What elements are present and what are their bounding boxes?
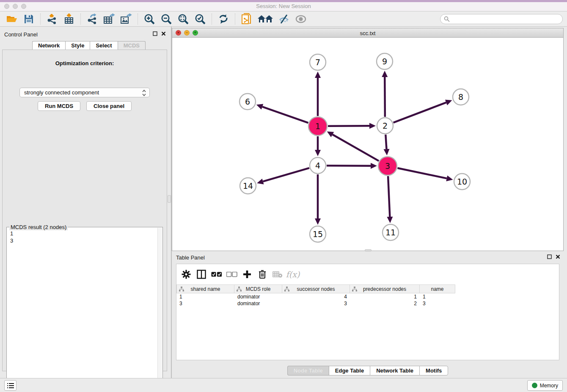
deselect-all-icon[interactable] — [226, 268, 238, 281]
search-box[interactable] — [440, 14, 563, 24]
svg-text:10: 10 — [457, 177, 467, 186]
result-scrollbar[interactable] — [157, 228, 162, 384]
export-image-icon[interactable] — [119, 13, 133, 25]
arrowhead-icon — [369, 123, 376, 129]
graph-node-3[interactable]: 3 — [378, 157, 397, 175]
save-session-icon[interactable] — [22, 13, 36, 25]
tab-mcds[interactable]: MCDS — [118, 41, 146, 50]
graph-node-11[interactable]: 11 — [383, 224, 399, 240]
column-header-name[interactable]: name — [420, 284, 455, 293]
hide-annotations-icon[interactable] — [277, 13, 291, 25]
mcds-result-title: MCDS result (2 nodes) — [9, 224, 68, 230]
arrowhead-icon — [256, 104, 263, 110]
table-cell[interactable]: 2 — [350, 300, 420, 307]
close-panel-button[interactable]: Close panel — [86, 101, 132, 111]
graph-node-4[interactable]: 4 — [310, 157, 326, 174]
graph-node-15[interactable]: 15 — [310, 226, 326, 242]
edge-3-11[interactable] — [388, 176, 390, 217]
svg-text:1: 1 — [315, 121, 320, 131]
float-panel-icon[interactable] — [547, 254, 552, 259]
select-all-icon[interactable] — [210, 268, 223, 281]
float-panel-icon[interactable] — [153, 31, 157, 36]
graph-node-6[interactable]: 6 — [239, 94, 256, 110]
network-window-titlebar[interactable]: × − + scc.txt — [172, 28, 563, 38]
close-panel-icon[interactable] — [556, 254, 560, 259]
function-builder-icon[interactable]: f(x) — [286, 268, 299, 281]
table-cell[interactable]: dominator — [234, 300, 282, 307]
edge-3-10[interactable] — [397, 168, 446, 178]
panel-splitter-handle[interactable] — [168, 195, 171, 203]
graph-node-7[interactable]: 7 — [310, 54, 326, 70]
tab-style[interactable]: Style — [65, 41, 90, 50]
graph-node-8[interactable]: 8 — [453, 89, 469, 105]
edge-2-8[interactable] — [394, 102, 446, 122]
table-row[interactable]: 3dominator323 — [176, 300, 559, 307]
optimization-criterion-dropdown[interactable]: strongly connected component — [19, 88, 150, 97]
memory-status-icon — [532, 383, 537, 388]
column-header-successor-nodes[interactable]: successor nodes — [282, 284, 350, 293]
clone-network-icon[interactable] — [239, 13, 254, 25]
zoom-selected-icon[interactable] — [193, 13, 207, 25]
table-cell[interactable]: 1 — [176, 293, 234, 300]
table-cell[interactable]: 1 — [350, 293, 420, 300]
table-cell[interactable]: 3 — [176, 300, 234, 307]
zoom-fit-icon[interactable] — [176, 13, 190, 25]
open-session-icon[interactable] — [5, 13, 19, 25]
edge-4-14[interactable] — [263, 168, 309, 182]
column-header-shared-name[interactable]: shared name — [176, 284, 234, 293]
split-view-icon[interactable] — [195, 268, 208, 281]
gear-icon[interactable] — [180, 268, 193, 281]
table-cell[interactable]: 1 — [420, 293, 455, 300]
arrowhead-icon — [371, 163, 377, 169]
import-network-icon[interactable] — [45, 13, 59, 25]
home-icon[interactable] — [256, 13, 274, 25]
table-row[interactable]: 1dominator411 — [176, 293, 559, 300]
memory-label: Memory — [540, 383, 558, 389]
edge-4-3[interactable] — [327, 166, 371, 166]
graph-node-10[interactable]: 10 — [454, 174, 470, 190]
network-resize-grip[interactable] — [365, 249, 372, 251]
edge-2-3[interactable] — [385, 135, 386, 149]
tab-edge-table[interactable]: Edge Table — [329, 366, 370, 375]
search-input[interactable] — [451, 15, 562, 23]
arrowhead-icon — [387, 217, 393, 223]
zoom-out-icon[interactable] — [159, 13, 173, 25]
svg-text:6: 6 — [245, 97, 250, 106]
cytoscape-app: Session: New Session — [0, 0, 567, 392]
column-header-MCDS-role[interactable]: MCDS role — [234, 284, 282, 293]
memory-button[interactable]: Memory — [527, 380, 563, 391]
graph-node-2[interactable]: 2 — [377, 118, 393, 134]
export-network-icon[interactable] — [85, 13, 99, 25]
export-table-icon[interactable] — [102, 13, 116, 25]
edge-1-6[interactable] — [262, 107, 308, 123]
table-cell[interactable]: 3 — [420, 300, 455, 307]
edge-2-9[interactable] — [385, 77, 385, 117]
network-title: scc.txt — [172, 30, 563, 36]
task-history-button[interactable] — [4, 380, 17, 391]
close-panel-icon[interactable] — [161, 31, 166, 36]
edge-1-2[interactable] — [328, 126, 369, 126]
graph-node-14[interactable]: 14 — [240, 178, 256, 194]
apply-layout-icon[interactable] — [216, 13, 231, 25]
table-cell[interactable]: 3 — [282, 300, 350, 307]
table-cell[interactable]: dominator — [234, 293, 282, 300]
delete-icon[interactable] — [256, 268, 269, 281]
tab-motifs[interactable]: Motifs — [419, 366, 448, 375]
edge-3-1[interactable] — [333, 135, 379, 161]
run-mcds-button[interactable]: Run MCDS — [38, 101, 80, 111]
zoom-in-icon[interactable] — [142, 13, 157, 25]
tab-network-table[interactable]: Network Table — [370, 366, 419, 375]
import-table-icon[interactable] — [62, 13, 76, 25]
table-cell[interactable]: 4 — [282, 293, 350, 300]
delete-table-icon[interactable] — [271, 268, 284, 281]
column-header-predecessor-nodes[interactable]: predecessor nodes — [350, 284, 420, 293]
graph-node-1[interactable]: 1 — [308, 117, 327, 135]
tab-network[interactable]: Network — [32, 41, 65, 50]
tab-node-table[interactable]: Node Table — [287, 366, 329, 375]
graph-node-9[interactable]: 9 — [377, 53, 393, 69]
tab-select[interactable]: Select — [90, 41, 117, 50]
network-canvas[interactable]: 7968124314101511 — [172, 38, 563, 251]
add-column-icon[interactable] — [241, 268, 253, 281]
arrowhead-icon — [383, 149, 389, 155]
show-annotations-icon[interactable] — [294, 13, 308, 25]
